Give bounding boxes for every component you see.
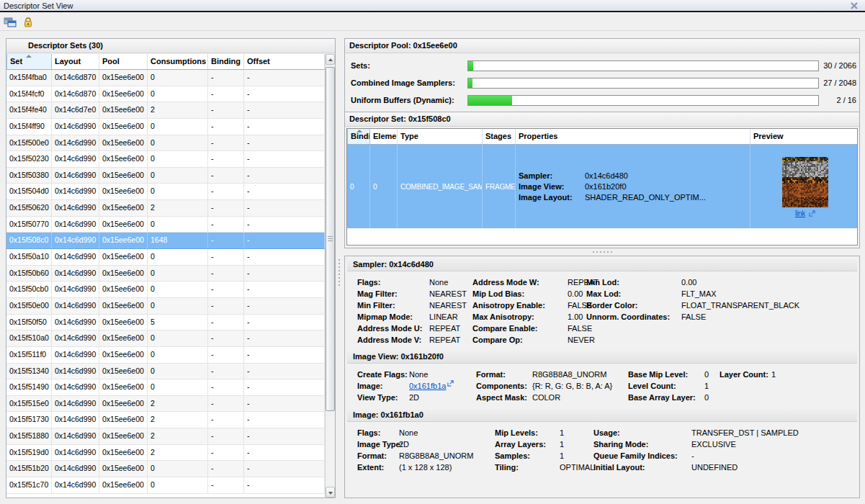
field-value: R8G8B8A8_UNORM: [399, 450, 473, 462]
field-row: Address Mode U:REPEAT: [357, 323, 467, 334]
table-cell: -: [244, 477, 325, 493]
type-cell: COMBINED_IMAGE_SAMPLER: [398, 145, 483, 228]
vertical-scrollbar[interactable]: [326, 54, 335, 498]
progress-bar: [467, 78, 819, 89]
table-row[interactable]: 0x15f519d00x14c6d9900x15ee6e002--: [6, 445, 325, 462]
table-row[interactable]: 0x15f51c700x14c6d9900x15ee6e000--: [6, 477, 325, 494]
table-cell: -: [208, 249, 244, 265]
column-header-preview[interactable]: Preview: [750, 129, 857, 144]
table-row[interactable]: 0x15f50f500x14c6d9900x15ee6e005--: [6, 315, 325, 331]
table-cell: 0x15f511f0: [6, 347, 52, 363]
table-row[interactable]: 0x15f517300x14c6d9900x15ee6e002--: [6, 412, 325, 428]
table-cell: 0: [148, 217, 208, 233]
close-icon[interactable]: [850, 1, 859, 10]
table-row[interactable]: 0x15f4ff900x14c6d9900x15ee6e000--: [6, 119, 325, 135]
table-row[interactable]: 0x15f50e000x14c6d9900x15ee6e000--: [6, 298, 325, 315]
image-handle-link[interactable]: 0x161fb1a: [409, 380, 446, 392]
stat-value: 27 / 2048: [820, 78, 856, 87]
table-row[interactable]: 0x15f502300x14c6d9900x15ee6e000--: [6, 151, 325, 168]
field-group: Format:R8G8B8A8_UNORMComponents:{R: R, G…: [476, 369, 612, 403]
column-header-element[interactable]: Element: [370, 129, 398, 144]
table-row[interactable]: 0x15f514900x14c6d9900x15ee6e000--: [6, 379, 325, 396]
column-header-offset[interactable]: Offset: [244, 54, 325, 69]
table-row[interactable]: 0x15f4fcf00x14c6d8700x15ee6e000--: [6, 86, 325, 103]
column-header-set[interactable]: Set: [6, 54, 52, 69]
column-header-properties[interactable]: Properties: [516, 129, 750, 144]
table-cell: 0: [148, 379, 208, 395]
column-header-binding[interactable]: Binding: [347, 129, 370, 144]
texture-preview-thumbnail[interactable]: [782, 157, 828, 207]
pool-stat-row: Uniform Buffers (Dynamic):2 / 16: [345, 92, 859, 109]
table-cell: 0x15ee6e00: [99, 86, 148, 102]
table-row[interactable]: 0x15f50a100x14c6d9900x15ee6e000--: [6, 249, 325, 266]
table-cell: 0x15ee6e00: [99, 184, 148, 199]
pool-stat-row: Sets:30 / 2066: [345, 58, 859, 75]
table-cell: 0x15f51c70: [6, 477, 52, 493]
table-row[interactable]: 0x15f513400x14c6d9900x15ee6e000--: [6, 364, 325, 380]
column-header-stages[interactable]: Stages: [483, 129, 516, 144]
table-row[interactable]: 0x15f4fba00x14c6d8700x15ee6e000--: [6, 70, 325, 86]
column-header-consumptions[interactable]: Consumptions: [148, 54, 208, 69]
progress-fill: [468, 96, 512, 105]
table-cell: 0x15ee6e00: [99, 330, 148, 346]
field-row: Samples:1: [495, 450, 594, 462]
column-header-pool[interactable]: Pool: [99, 54, 148, 69]
table-cell: 0x15f504d0: [6, 184, 52, 199]
table-cell: -: [244, 428, 325, 444]
descriptor-sets-header: Set Layout Pool Consumptions Binding Off…: [6, 54, 325, 70]
field-group: Address Mode W:REPEATMip Lod Bias:0.00An…: [472, 276, 599, 346]
table-cell: 0x15ee6e00: [99, 168, 148, 184]
column-header-binding[interactable]: Binding: [208, 54, 244, 69]
field-row: Format:R8G8B8A8_UNORM: [357, 450, 473, 462]
field-value: LINEAR: [429, 311, 458, 323]
table-cell: 2: [148, 428, 208, 444]
table-cell: 1648: [148, 233, 208, 248]
table-cell: 0x15f50620: [6, 200, 52, 216]
scroll-up-button[interactable]: [326, 54, 335, 65]
table-row[interactable]: 0x15f504d00x14c6d9900x15ee6e000--: [6, 184, 325, 200]
table-row[interactable]: 0x15f503800x14c6d9900x15ee6e000--: [6, 168, 325, 184]
table-cell: -: [208, 86, 244, 102]
field-value: 1: [771, 369, 776, 380]
vertical-splitter[interactable]: [336, 256, 342, 288]
table-row[interactable]: 0x15f511f00x14c6d9900x15ee6e000--: [6, 347, 325, 364]
table-cell: -: [208, 233, 244, 248]
scrollbar-thumb[interactable]: [326, 67, 335, 411]
column-header-layout[interactable]: Layout: [52, 54, 99, 69]
horizontal-splitter[interactable]: [344, 248, 860, 255]
table-row[interactable]: 0x15f518800x14c6d9900x15ee6e002--: [6, 428, 325, 445]
descriptor-set-panel: Descriptor Set: 0x15f508c0 Binding Eleme…: [344, 112, 860, 248]
descriptor-sets-rows: 0x15f4fba00x14c6d8700x15ee6e000--0x15f4f…: [6, 70, 325, 498]
table-row[interactable]: 0x15f51b200x14c6d9900x15ee6e000--: [6, 461, 325, 477]
table-cell: 0: [148, 330, 208, 346]
table-cell: -: [208, 477, 244, 493]
table-row[interactable]: 0x15f500e00x14c6d9900x15ee6e000--: [6, 135, 325, 152]
scroll-down-button[interactable]: [326, 487, 335, 498]
external-link-icon: [809, 210, 815, 217]
binding-row[interactable]: 0 0 COMBINED_IMAGE_SAMPLER FRAGMENT Samp…: [347, 145, 857, 228]
field-row: View Type:2D: [357, 392, 454, 403]
table-row[interactable]: 0x15f510a00x14c6d9900x15ee6e000--: [6, 330, 325, 347]
table-row[interactable]: 0x15f515e00x14c6d9900x15ee6e002--: [6, 396, 325, 413]
field-row: Address Mode W:REPEAT: [472, 276, 599, 288]
table-cell: 0x15ee6e00: [99, 315, 148, 330]
table-row[interactable]: 0x15f508c00x14c6d9900x15ee6e001648--: [6, 233, 325, 249]
table-cell: 0x15ee6e00: [99, 428, 148, 444]
field-label: Usage:: [593, 427, 691, 438]
lock-icon[interactable]: [22, 17, 35, 28]
table-row[interactable]: 0x15f506200x14c6d9900x15ee6e002--: [6, 200, 325, 217]
cascade-windows-icon[interactable]: [4, 17, 17, 28]
field-row: Initial Layout:UNDEFINED: [593, 462, 799, 473]
table-row[interactable]: 0x15f50cb00x14c6d9900x15ee6e000--: [6, 282, 325, 298]
table-row[interactable]: 0x15f4fe400x14c6d7e00x15ee6e002--: [6, 102, 325, 119]
table-row[interactable]: 0x15f50b600x14c6d9900x15ee6e000--: [6, 266, 325, 282]
field-value: 2D: [399, 438, 409, 450]
preview-link[interactable]: link: [795, 210, 805, 217]
field-value: REPEAT: [429, 323, 460, 334]
field-label: Tiling:: [495, 462, 560, 473]
field-row: Components:{R: R, G: G, B: B, A: A}: [476, 380, 612, 392]
field-group: Flags:NoneMag Filter:NEARESTMin Filter:N…: [357, 276, 467, 346]
field-value: 1: [704, 380, 709, 392]
column-header-type[interactable]: Type: [398, 129, 483, 144]
table-row[interactable]: 0x15f507700x14c6d9900x15ee6e000--: [6, 217, 325, 233]
